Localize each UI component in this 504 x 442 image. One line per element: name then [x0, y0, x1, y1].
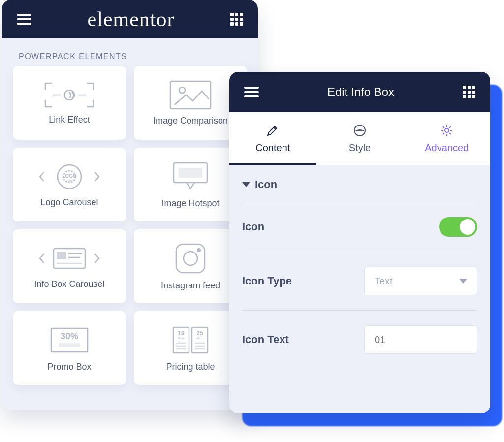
tab-label: Content — [255, 142, 290, 154]
widget-label: Image Comparison — [153, 116, 228, 126]
logo-carousel-icon: LOGO 1987 — [35, 162, 104, 191]
svg-text:25: 25 — [196, 330, 203, 337]
svg-text:30%: 30% — [61, 331, 78, 341]
svg-text:Mon.: Mon. — [196, 337, 203, 340]
menu-icon[interactable] — [244, 87, 259, 97]
tab-style[interactable]: Style — [316, 112, 404, 165]
svg-point-4 — [179, 87, 185, 93]
icon-toggle[interactable] — [439, 217, 477, 237]
svg-point-18 — [197, 248, 201, 252]
control-label: Icon Text — [242, 333, 289, 346]
widget-label: Image Hotspot — [161, 198, 219, 209]
icon-text-input[interactable] — [364, 325, 477, 354]
widgets-panel-header: elementor — [2, 0, 258, 38]
apps-grid-icon[interactable] — [230, 13, 243, 26]
widget-logo-carousel[interactable]: LOGO 1987 Logo Carousel — [13, 148, 126, 221]
tab-label: Advanced — [425, 142, 469, 154]
pricing-table-icon: 19 25 Mon. Mon. — [163, 324, 218, 356]
link-effect-icon — [42, 81, 96, 109]
edit-tabs: Content Style Advanced — [229, 112, 490, 165]
widget-info-box-carousel[interactable]: Info Box Carousel — [13, 229, 126, 303]
section-icon[interactable]: Icon — [242, 165, 477, 202]
tab-label: Style — [349, 142, 371, 154]
svg-point-2 — [64, 90, 74, 100]
svg-text:19: 19 — [178, 330, 185, 337]
control-icon-type: Icon Type Text — [242, 252, 477, 311]
menu-icon[interactable] — [17, 14, 32, 25]
brand-title: elementor — [88, 7, 175, 31]
svg-rect-21 — [59, 343, 80, 347]
svg-rect-12 — [57, 252, 66, 259]
widgets-panel: elementor POWERPACK ELEMENTS Link Effect — [2, 0, 258, 410]
widget-label: Promo Box — [47, 362, 91, 372]
widget-label: Logo Carousel — [40, 197, 98, 208]
info-box-carousel-icon — [35, 244, 104, 273]
svg-text:1987: 1987 — [66, 180, 73, 183]
tab-advanced[interactable]: Advanced — [403, 112, 490, 165]
widget-label: Pricing table — [166, 362, 215, 372]
svg-point-17 — [184, 252, 197, 265]
svg-point-35 — [445, 128, 449, 132]
widget-label: Instagram feed — [161, 281, 220, 291]
section-label: Icon — [255, 178, 277, 191]
image-hotspot-icon — [171, 161, 210, 192]
edit-panel-title: Edit Info Box — [327, 85, 394, 99]
instagram-icon — [174, 242, 207, 275]
svg-rect-10 — [179, 168, 202, 178]
control-icon-toggle: Icon — [242, 202, 477, 252]
svg-rect-16 — [176, 244, 205, 273]
caret-down-icon — [242, 182, 250, 187]
control-label: Icon — [242, 221, 264, 233]
icon-type-select[interactable]: Text — [364, 267, 477, 295]
edit-panel: Edit Info Box Content Style Advanced — [229, 72, 490, 413]
svg-text:LOGO: LOGO — [62, 173, 77, 179]
control-label: Icon Type — [242, 275, 292, 287]
controls-container: Icon Icon Icon Type Text Icon Text — [229, 165, 490, 413]
control-icon-text: Icon Text — [242, 311, 477, 369]
image-comparison-icon — [169, 80, 212, 110]
widget-link-effect[interactable]: Link Effect — [13, 66, 126, 140]
widget-promo-box[interactable]: 30% Promo Box — [13, 311, 126, 385]
chevron-down-icon — [459, 279, 467, 284]
promo-box-icon: 30% — [47, 324, 92, 356]
select-value: Text — [375, 276, 393, 287]
section-title: POWERPACK ELEMENTS — [2, 38, 258, 66]
svg-text:Mon.: Mon. — [178, 337, 185, 340]
edit-panel-header: Edit Info Box — [229, 72, 490, 112]
widget-label: Info Box Carousel — [34, 279, 104, 289]
widgets-grid: Link Effect Image Comparison LOGO 1987 — [2, 66, 258, 385]
apps-grid-icon[interactable] — [463, 86, 475, 98]
widget-label: Link Effect — [49, 115, 90, 125]
tab-content[interactable]: Content — [229, 112, 316, 165]
